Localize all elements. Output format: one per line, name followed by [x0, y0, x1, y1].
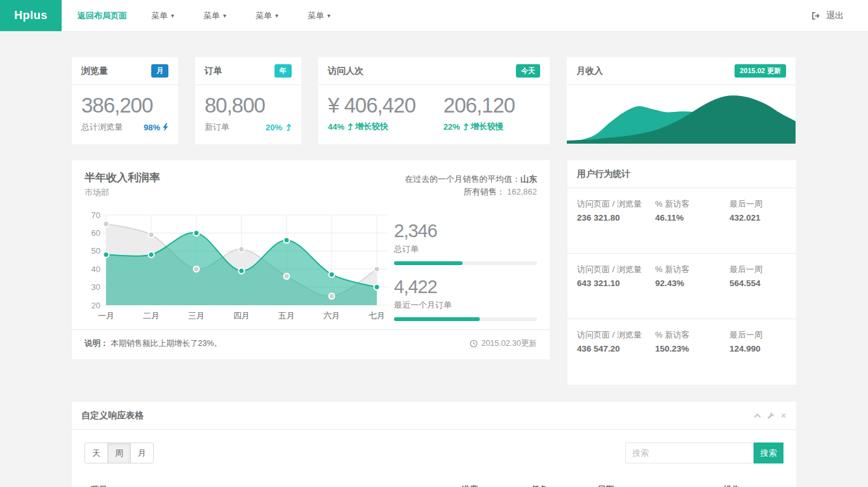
profit-subtitle: 市场部	[85, 187, 394, 198]
user-stats-row: 访问页面 / 浏览量 643 321.10 % 新访客 92.43% 最后一周 …	[567, 254, 796, 319]
monthly-orders-value: 4,422	[394, 277, 537, 298]
table-panel-title: 自定义响应表格	[81, 410, 144, 422]
svg-text:六月: 六月	[323, 311, 340, 320]
caret-down-icon: ▾	[275, 12, 278, 19]
nav-menu-1[interactable]: 菜单 ▾	[137, 10, 189, 22]
monthly-income-card: 月收入 2015.02 更新	[567, 57, 796, 144]
logout-button[interactable]: 退出	[811, 0, 868, 31]
new-visitors-label: % 新访客	[655, 329, 722, 341]
nav-links: 返回布局页面 菜单 ▾ 菜单 ▾ 菜单 ▾ 菜单 ▾	[62, 0, 345, 31]
total-orders-value: 2,346	[394, 221, 537, 242]
filter-day-button[interactable]: 天	[85, 442, 108, 463]
user-behavior-panel: 用户行为统计 访问页面 / 浏览量 236 321.80 % 新访客 46.11…	[567, 160, 796, 385]
new-visitors-value: 46.11%	[655, 212, 722, 225]
stat-cards-row: 浏览量 月 386,200 总计浏览量 98% 订单	[72, 57, 796, 144]
collapse-button[interactable]	[754, 413, 761, 418]
pages-label: 访问页面 / 浏览量	[577, 329, 652, 341]
svg-text:一月: 一月	[98, 311, 114, 320]
column-project: 项目	[85, 479, 455, 487]
logout-label: 退出	[826, 10, 844, 22]
brand-logo[interactable]: Hplus	[0, 0, 62, 31]
visits-stat-1: ¥ 406,420 44% 增长较快	[328, 94, 416, 132]
svg-text:二月: 二月	[143, 311, 159, 320]
progress-bar	[394, 261, 537, 265]
last-week-label: 最后一周	[729, 198, 787, 210]
column-action: 操作	[717, 479, 784, 487]
monthly-orders-label: 最近一个月订单	[394, 299, 537, 311]
level-up-icon	[346, 123, 353, 130]
all-sales-label: 所有销售：	[463, 187, 505, 196]
pages-value: 236 321.80	[577, 212, 652, 225]
nav-menu-2[interactable]: 菜单 ▾	[189, 10, 241, 22]
column-task: 任务	[525, 479, 592, 487]
new-visitors-value: 92.43%	[655, 277, 722, 291]
user-stats-row: 访问页面 / 浏览量 236 321.80 % 新访客 46.11% 最后一周 …	[567, 188, 796, 254]
last-week-value: 124.990	[729, 343, 787, 356]
projects-table: 项目 进度 任务 日期 操作	[85, 479, 783, 487]
svg-text:60: 60	[92, 228, 100, 238]
last-week-label: 最后一周	[729, 263, 787, 276]
chevron-up-icon	[754, 413, 761, 418]
caret-down-icon: ▾	[171, 12, 174, 19]
progress-bar-fill	[394, 261, 463, 265]
profit-stats-column: 在过去的一个月销售的平均值：山东 所有销售： 162,862 2,346 总订单…	[394, 170, 537, 323]
search-input[interactable]	[625, 442, 754, 463]
visits-delta-1: 44% 增长较快	[328, 121, 416, 132]
progress-bar	[394, 317, 537, 321]
top-navbar: Hplus 返回布局页面 菜单 ▾ 菜单 ▾ 菜单 ▾ 菜单 ▾ 退出	[0, 0, 868, 32]
svg-text:70: 70	[92, 210, 100, 220]
svg-text:四月: 四月	[233, 311, 250, 320]
pages-label: 访问页面 / 浏览量	[577, 263, 652, 276]
total-orders-label: 总订单	[394, 244, 537, 255]
column-date: 日期	[592, 479, 717, 487]
new-visitors-label: % 新访客	[655, 263, 722, 276]
svg-text:50: 50	[92, 247, 100, 256]
monthly-orders-stat: 4,422 最近一个月订单	[394, 277, 537, 321]
all-sales-value: 162,862	[507, 187, 537, 196]
profit-chart-column: 半年收入利润率 市场部 203040506070一月二月三月四月五月六月七月	[85, 170, 394, 323]
user-behavior-title: 用户行为统计	[577, 168, 630, 180]
pages-label: 访问页面 / 浏览量	[577, 198, 652, 210]
close-button[interactable]: ✕	[780, 411, 787, 420]
caret-down-icon: ▾	[327, 12, 330, 19]
period-badge: 今天	[516, 64, 540, 78]
last-week-value: 564.554	[729, 277, 787, 291]
column-progress: 进度	[455, 479, 525, 487]
last-week-label: 最后一周	[729, 329, 787, 341]
filter-week-button[interactable]: 周	[107, 442, 131, 463]
clock-icon	[470, 340, 478, 348]
pageviews-delta: 98%	[144, 123, 168, 132]
visits-delta-2: 22% 增长较慢	[444, 121, 515, 132]
orders-value: 80,800	[205, 94, 292, 117]
footer-note-text: 本期销售额比上期增长了23%。	[111, 339, 222, 348]
card-title: 浏览量	[81, 65, 108, 77]
profit-panel: 半年收入利润率 市场部 203040506070一月二月三月四月五月六月七月 在…	[72, 160, 550, 359]
monthly-income-area-chart	[567, 85, 796, 144]
level-up-icon	[462, 123, 469, 130]
orders-card: 订单 年 80,800 新订单 20%	[195, 57, 301, 144]
back-to-layout-link[interactable]: 返回布局页面	[68, 10, 137, 22]
svg-text:七月: 七月	[369, 311, 385, 320]
table-header-row: 项目 进度 任务 日期 操作	[85, 479, 783, 487]
search-button[interactable]: 搜索	[754, 442, 783, 463]
visits-value-2: 206,120	[444, 94, 515, 117]
period-badge: 年	[275, 64, 292, 78]
svg-text:五月: 五月	[278, 311, 295, 320]
new-visitors-label: % 新访客	[655, 198, 722, 210]
pages-value: 436 547.20	[577, 343, 652, 356]
new-visitors-value: 150.23%	[655, 343, 722, 356]
svg-text:40: 40	[92, 264, 100, 274]
filter-month-button[interactable]: 月	[130, 442, 154, 463]
orders-label: 新订单	[205, 121, 229, 133]
last-week-value: 432.021	[729, 212, 787, 225]
settings-button[interactable]	[767, 412, 775, 420]
wrench-icon	[767, 412, 775, 420]
bolt-icon	[163, 123, 168, 132]
visits-card: 访问人次 今天 ¥ 406,420 44% 增长较快 20	[318, 57, 550, 144]
nav-menu-4[interactable]: 菜单 ▾	[293, 10, 345, 22]
avg-sales-value: 山东	[520, 174, 537, 184]
nav-menu-3[interactable]: 菜单 ▾	[241, 10, 293, 22]
visits-stat-2: 206,120 22% 增长较慢	[444, 94, 515, 132]
profit-line-chart: 203040506070一月二月三月四月五月六月七月	[85, 209, 394, 323]
pageviews-label: 总计浏览量	[81, 121, 123, 133]
